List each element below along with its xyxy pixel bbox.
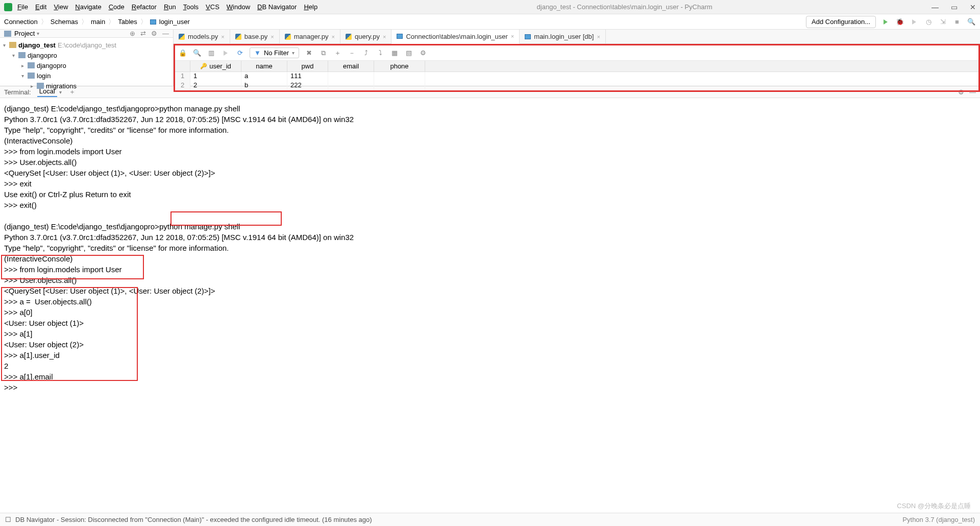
folder-icon (28, 62, 35, 68)
menu-view[interactable]: View (54, 3, 68, 11)
import-icon[interactable]: ▧ (404, 49, 413, 58)
run-with-coverage-icon[interactable] (910, 17, 919, 27)
tab-connection-tables-main-login_user[interactable]: Connection\tables\main.login_user× (391, 30, 520, 44)
folder-icon (9, 42, 16, 48)
export-icon[interactable]: ▦ (390, 49, 399, 58)
tab-base-py[interactable]: base.py× (230, 30, 280, 43)
breadcrumb[interactable]: Connection〉Schemas〉main〉Tables〉login_use… (4, 17, 190, 27)
breadcrumb-connection[interactable]: Connection (4, 18, 38, 26)
stop-icon[interactable]: ■ (952, 17, 962, 27)
lock-icon[interactable]: 🔒 (178, 49, 187, 58)
menu-refactor[interactable]: Refactor (132, 3, 157, 11)
terminal-output[interactable]: (django_test) E:\code\django_test\django… (0, 98, 980, 403)
tab-models-py[interactable]: models.py× (174, 30, 230, 43)
project-tool-window: Project ▾ ⊕ ⇄ ⚙ — ▾django_testE:\code\dj… (0, 30, 174, 86)
close-tab-icon[interactable]: × (511, 33, 514, 39)
menu-edit[interactable]: Edit (35, 3, 46, 11)
folder-icon (4, 31, 11, 37)
profile-icon[interactable]: ◷ (924, 17, 933, 27)
zoom-icon[interactable]: 🔍 (192, 49, 202, 58)
status-icon: ☐ (5, 516, 11, 523)
watermark: CSDN @分晚条必是点睡 (897, 501, 971, 511)
result-grid[interactable]: 🔑user_idnamepwdemailphone 11a11122b222 (175, 61, 978, 90)
editor-tabs: models.py×base.py×manager.py×query.py×Co… (174, 30, 980, 44)
expand-all-icon[interactable]: ⇄ (140, 30, 146, 37)
run-icon[interactable] (221, 49, 230, 58)
menu-tools[interactable]: Tools (183, 3, 199, 11)
tab-main-login_user [db][interactable]: main.login_user [db]× (520, 30, 606, 43)
breadcrumb-schemas[interactable]: Schemas (51, 18, 78, 26)
status-message: DB Navigator - Session: Disconnected fro… (15, 516, 372, 523)
minimize-icon[interactable]: — (932, 3, 939, 11)
menu-db-navigator[interactable]: DB Navigator (257, 3, 297, 11)
close-icon[interactable]: ✕ (970, 3, 976, 11)
column-user_id[interactable]: 🔑user_id (190, 61, 241, 71)
chevron-down-icon: ▾ (37, 31, 39, 36)
menubar: FileEditViewNavigateCodeRefactorRunTools… (0, 0, 980, 14)
project-tree[interactable]: ▾django_testE:\code\django_test▾djangopr… (0, 38, 173, 93)
new-terminal-icon[interactable]: ＋ (69, 87, 76, 97)
menu-vcs[interactable]: VCS (206, 3, 219, 11)
breadcrumb-tables[interactable]: Tables (118, 18, 137, 26)
select-opened-file-icon[interactable]: ⊕ (130, 30, 135, 37)
key-icon: 🔑 (200, 63, 207, 69)
menu-code[interactable]: Code (109, 3, 125, 11)
close-tab-icon[interactable]: × (597, 34, 600, 40)
menu-file[interactable]: File (17, 3, 28, 11)
commit-icon[interactable]: ⤴ (361, 49, 371, 58)
hide-icon[interactable]: — (162, 30, 169, 37)
debug-icon[interactable]: 🐞 (895, 17, 904, 27)
add-configuration-button[interactable]: Add Configuration... (806, 16, 876, 28)
filter-clear-icon[interactable]: ✖ (304, 49, 313, 58)
close-tab-icon[interactable]: × (271, 34, 274, 40)
settings-icon[interactable]: ⚙ (151, 30, 157, 37)
chevron-down-icon[interactable]: ▾ (59, 89, 62, 95)
pycharm-logo-icon (4, 3, 12, 11)
copy-icon[interactable]: ⧉ (318, 49, 328, 58)
filter-dropdown[interactable]: ▼ No Filter ▾ (250, 47, 299, 58)
tree-item-django_test[interactable]: ▾django_testE:\code\django_test (3, 40, 170, 50)
folder-icon (18, 52, 26, 58)
tree-item-login[interactable]: ▾login (3, 70, 170, 81)
table-row[interactable]: 22b222 (175, 81, 978, 90)
add-row-icon[interactable]: ＋ (333, 49, 342, 58)
column-email[interactable]: email (328, 61, 374, 71)
attach-icon[interactable]: ⇲ (938, 17, 947, 27)
menu-run[interactable]: Run (164, 3, 176, 11)
table-row[interactable]: 11a111 (175, 72, 978, 81)
close-tab-icon[interactable]: × (332, 34, 335, 40)
tree-item-djangopro[interactable]: ▸djangopro (3, 60, 170, 70)
db-result-panel: Auto-Commit OFF - not connected 🔒 🔍 ▥ ⟳ … (174, 44, 980, 92)
settings-icon[interactable]: ⚙ (419, 49, 428, 58)
menu-help[interactable]: Help (304, 3, 317, 11)
db-toolbar: 🔒 🔍 ▥ ⟳ ▼ No Filter ▾ ✖ ⧉ ＋ － ⤴ ⤵ (175, 45, 978, 61)
menu-window[interactable]: Window (227, 3, 250, 11)
project-dropdown[interactable]: Project (14, 30, 35, 37)
terminal-tab-local[interactable]: Local (37, 87, 57, 97)
editor-area: models.py×base.py×manager.py×query.py×Co… (174, 30, 980, 86)
remove-row-icon[interactable]: － (347, 49, 356, 58)
menu-items: FileEditViewNavigateCodeRefactorRunTools… (17, 3, 317, 11)
navigation-bar: Connection〉Schemas〉main〉Tables〉login_use… (0, 14, 980, 30)
tab-manager-py[interactable]: manager.py× (280, 30, 340, 43)
refresh-icon[interactable]: ⟳ (235, 49, 244, 58)
maximize-icon[interactable]: ▭ (951, 3, 958, 11)
search-everywhere-icon[interactable]: 🔍 (967, 17, 976, 27)
menu-navigate[interactable]: Navigate (75, 3, 101, 11)
close-tab-icon[interactable]: × (383, 34, 386, 40)
table-icon (525, 34, 531, 39)
close-tab-icon[interactable]: × (221, 34, 224, 40)
tree-item-djangopro[interactable]: ▾djangopro (3, 50, 170, 60)
rollback-icon[interactable]: ⤵ (376, 49, 385, 58)
column-name[interactable]: name (241, 61, 287, 71)
tab-query-py[interactable]: query.py× (340, 30, 391, 43)
run-icon[interactable] (881, 17, 890, 27)
column-phone[interactable]: phone (374, 61, 425, 71)
terminal-label: Terminal: (4, 88, 31, 96)
folder-icon (28, 73, 35, 79)
fetch-icon[interactable]: ▥ (207, 49, 216, 58)
python-interpreter[interactable]: Python 3.7 (django_test) (902, 516, 975, 523)
column-pwd[interactable]: pwd (287, 61, 328, 71)
breadcrumb-login_user[interactable]: login_user (159, 18, 190, 26)
breadcrumb-main[interactable]: main (91, 18, 105, 26)
